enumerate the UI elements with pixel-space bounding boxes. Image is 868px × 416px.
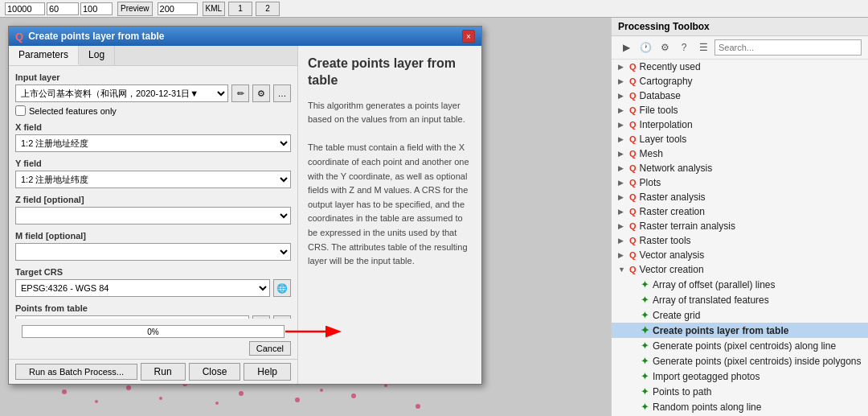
tree-item-plots[interactable]: ▶ Q Plots — [612, 175, 868, 190]
svg-point-1 — [95, 400, 98, 403]
input-layer-more-btn[interactable]: … — [273, 84, 291, 102]
description-text: This algorithm generates a points layer … — [308, 99, 472, 269]
crs-select-btn[interactable]: 🌐 — [273, 279, 291, 297]
tree-item-layer-tools[interactable]: ▶ Q Layer tools — [612, 132, 868, 146]
tree-item-file-tools[interactable]: ▶ Q File tools — [612, 103, 868, 117]
tree-child-gen-points-centroids-polygons[interactable]: ✦ Generate points (pixel centroids) insi… — [612, 353, 868, 369]
canvas-area: Q Create points layer from table × Param… — [0, 18, 611, 416]
z-field-select[interactable] — [15, 207, 291, 224]
run-btn[interactable]: Run — [141, 363, 186, 381]
tree-child-points-to-path[interactable]: ✦ Points to path — [612, 384, 868, 399]
tree-item-vector-creation[interactable]: ▼ Q Vector creation — [612, 262, 868, 277]
network-analysis-arrow: ▶ — [618, 164, 626, 172]
m-field-label: M field [optional] — [15, 231, 291, 241]
random-along-line-icon: ✦ — [641, 401, 649, 413]
svg-point-5 — [215, 402, 219, 405]
raster-terrain-label: Raster terrain analysis — [640, 220, 735, 232]
recently-used-label: Recently used — [640, 61, 701, 72]
zoom1-btn[interactable]: 1 — [228, 2, 252, 16]
input-layer-settings-btn[interactable]: ⚙ — [252, 84, 270, 102]
vector-creation-label: Vector creation — [640, 264, 704, 275]
toolbox-help-btn[interactable]: ? — [676, 39, 692, 56]
dialog-q-icon: Q — [15, 31, 23, 43]
tree-item-interpolation[interactable]: ▶ Q Interpolation — [612, 117, 868, 132]
toolbox-settings-btn[interactable]: ⚙ — [657, 39, 673, 56]
x-field-label: X field — [15, 122, 291, 132]
svg-point-2 — [126, 385, 131, 390]
help-btn[interactable]: Help — [244, 363, 291, 381]
tree-item-vector-analysis[interactable]: ▶ Q Vector analysis — [612, 248, 868, 262]
tree-item-raster-analysis[interactable]: ▶ Q Raster analysis — [612, 190, 868, 204]
processing-toolbox-panel: Processing Toolbox ▶ 🕐 ⚙ ? ☰ ▶ Q Recentl… — [611, 18, 868, 416]
dialog-title-text: Create points layer from table — [28, 31, 164, 42]
tree-child-gen-points-centroids-line[interactable]: ✦ Generate points (pixel centroids) alon… — [612, 338, 868, 353]
batch-process-btn[interactable]: Run as Batch Process... — [15, 364, 137, 380]
network-analysis-label: Network analysis — [640, 163, 713, 174]
gen-centroids-polygons-label: Generate points (pixel centroids) inside… — [653, 356, 861, 367]
tree-item-raster-tools[interactable]: ▶ Q Raster tools — [612, 233, 868, 248]
selected-features-checkbox[interactable] — [15, 105, 26, 116]
plots-q-icon: Q — [629, 178, 637, 187]
tree-item-cartography[interactable]: ▶ Q Cartography — [612, 74, 868, 89]
raster-tools-arrow: ▶ — [618, 237, 626, 245]
close-btn[interactable]: Close — [189, 363, 241, 381]
create-points-dialog: Q Create points layer from table × Param… — [8, 26, 482, 385]
preview-btn[interactable]: Preview — [117, 2, 153, 16]
tree-item-database[interactable]: ▶ Q Database — [612, 89, 868, 103]
layer-tools-arrow: ▶ — [618, 135, 626, 143]
tree-item-raster-creation[interactable]: ▶ Q Raster creation — [612, 204, 868, 219]
scale-input[interactable] — [158, 2, 198, 15]
cartography-q-icon: Q — [629, 76, 637, 86]
raster-analysis-label: Raster analysis — [640, 192, 706, 203]
raster-analysis-arrow: ▶ — [618, 193, 626, 201]
tree-child-array-offset[interactable]: ✦ Array of offset (parallel) lines — [612, 277, 868, 292]
gen-centroids-line-label: Generate points (pixel centroids) along … — [653, 340, 836, 352]
raster-creation-label: Raster creation — [640, 206, 705, 217]
tab-parameters[interactable]: Parameters — [9, 46, 79, 65]
tab-log[interactable]: Log — [79, 46, 115, 65]
max-val-input[interactable] — [80, 2, 113, 15]
network-analysis-q-icon: Q — [629, 163, 637, 173]
plots-label: Plots — [640, 177, 661, 188]
tree-child-import-geotagged[interactable]: ✦ Import geotagged photos — [612, 369, 868, 384]
kml-btn[interactable]: KML — [203, 2, 226, 16]
cancel-btn[interactable]: Cancel — [249, 341, 291, 356]
svg-point-9 — [320, 389, 323, 392]
zoom2-btn[interactable]: 2 — [256, 2, 280, 16]
coord-y-input[interactable] — [47, 2, 79, 15]
toolbox-search-input[interactable] — [714, 39, 862, 56]
target-crs-row: EPSG:4326 - WGS 84 🌐 — [15, 279, 291, 297]
tree-child-array-translated[interactable]: ✦ Array of translated features — [612, 292, 868, 307]
toolbox-run-btn[interactable]: ▶ — [618, 39, 634, 56]
svg-point-6 — [239, 391, 244, 396]
create-grid-icon: ✦ — [641, 309, 649, 321]
array-translated-icon: ✦ — [641, 294, 649, 306]
selected-features-row: Selected features only — [15, 105, 291, 116]
scale-group — [156, 2, 199, 15]
x-field-select[interactable]: 1:2 注册地址经度 — [15, 134, 291, 152]
tree-item-raster-terrain-analysis[interactable]: ▶ Q Raster terrain analysis — [612, 219, 868, 233]
vector-creation-q-icon: Q — [629, 265, 637, 274]
tree-child-random-along-line[interactable]: ✦ Random points along line — [612, 399, 868, 414]
dialog-close-button[interactable]: × — [462, 30, 475, 43]
points-from-table-label: Points from table — [15, 303, 291, 313]
layer-tools-label: Layer tools — [640, 134, 687, 145]
dialog-bottom-bar: Run as Batch Process... Run Close Help — [9, 359, 297, 384]
toolbox-history-btn[interactable]: 🕐 — [637, 39, 653, 56]
input-layer-group: Input layer 上市公司基本资料（和讯网，2020-12-31日▼ ✏ … — [15, 72, 291, 116]
tree-child-create-grid[interactable]: ✦ Create grid — [612, 307, 868, 323]
y-field-select[interactable]: 1:2 注册地址纬度 — [15, 171, 291, 188]
svg-point-3 — [159, 397, 162, 400]
coord-x-input[interactable] — [5, 2, 45, 15]
target-crs-select[interactable]: EPSG:4326 - WGS 84 — [15, 279, 270, 297]
toolbox-menu-btn[interactable]: ☰ — [695, 39, 711, 56]
tree-item-recently-used[interactable]: ▶ Q Recently used — [612, 60, 868, 74]
dialog-tabs: Parameters Log — [9, 46, 297, 66]
input-layer-edit-btn[interactable]: ✏ — [231, 84, 249, 102]
mesh-q-icon: Q — [629, 149, 637, 159]
tree-item-mesh[interactable]: ▶ Q Mesh — [612, 146, 868, 161]
tree-child-create-points-layer[interactable]: ✦ Create points layer from table — [612, 323, 868, 338]
m-field-select[interactable] — [15, 243, 291, 261]
tree-item-network-analysis[interactable]: ▶ Q Network analysis — [612, 161, 868, 175]
input-layer-select[interactable]: 上市公司基本资料（和讯网，2020-12-31日▼ — [15, 84, 228, 102]
